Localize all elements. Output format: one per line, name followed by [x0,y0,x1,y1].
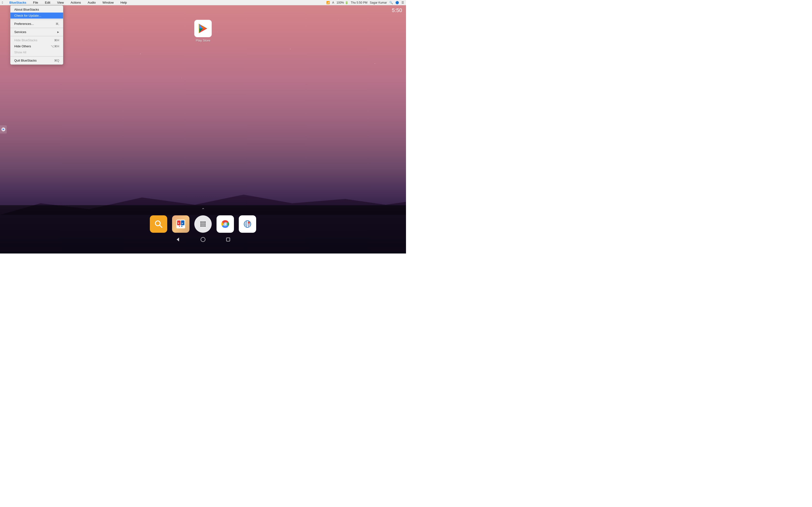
dock-search-icon[interactable] [150,215,167,233]
hide-others-shortcut: ⌥⌘H [51,45,59,48]
svg-point-20 [204,223,206,225]
menu-file[interactable]: File [32,0,40,5]
about-label: About BlueStacks [14,8,39,11]
keyboard-icon: A [332,1,334,4]
play-store-icon-box [194,20,212,37]
menu-item-quit[interactable]: Quit BlueStacks ⌘Q [10,57,63,63]
hide-others-label: Hide Others [14,44,31,48]
svg-point-21 [200,225,202,227]
menu-item-hide-others[interactable]: Hide Others ⌥⌘H [10,43,63,49]
browser-app-icon [242,219,253,229]
recents-icon [225,237,231,242]
bluestacks-dropdown-menu: About BlueStacks Check for Update... Pre… [10,5,63,65]
android-dock: ⌃ ♥ ♠ ♦ ♣ [0,205,406,253]
hide-bs-label: Hide BlueStacks [14,38,37,42]
menu-item-hide-bluestacks[interactable]: Hide BlueStacks ⌘H [10,37,63,43]
dock-solitaire-icon[interactable]: ♥ ♠ ♦ ♣ [172,215,190,233]
android-back-button[interactable] [175,237,181,242]
solitaire-app-icon: ♥ ♠ ♦ ♣ [175,219,186,229]
mac-menu-bar:  BlueStacks File Edit View Actions Audi… [0,0,406,5]
preferences-label: Preferences... [14,22,34,25]
menu-item-services[interactable]: Services ▶ [10,29,63,35]
svg-point-16 [202,221,204,223]
divider-1 [10,19,63,20]
play-store-logo [198,23,208,34]
search-icon[interactable]: 🔍 [389,1,393,4]
dock-chrome-icon[interactable] [216,215,234,233]
android-recents-button[interactable] [225,237,231,242]
battery-status: 100% 🔋 [337,1,349,4]
show-all-label: Show All [14,50,27,54]
svg-text:♠: ♠ [182,222,183,225]
apple-logo-icon[interactable]:  [2,1,3,4]
services-submenu-arrow: ▶ [57,31,59,33]
svg-rect-37 [226,238,230,241]
search-app-icon [154,219,163,229]
check-update-label: Check for Update... [14,14,41,17]
play-store-icon[interactable]: Play Store [194,20,212,42]
divider-3 [10,36,63,36]
android-clock: 5:50 [392,7,402,13]
bs-sidebar-icon [1,127,6,131]
svg-line-7 [159,225,162,227]
quit-label: Quit BlueStacks [14,59,37,62]
menu-bar-right: 📶 A 100% 🔋 Thu 5:50 PM Sagar Kumar 🔍 🔵 ☰ [326,1,404,4]
svg-marker-35 [176,237,179,241]
svg-point-36 [201,237,205,242]
svg-point-27 [224,223,226,225]
bluestacks-sidebar[interactable] [0,125,7,133]
notification-icon[interactable]: ☰ [401,1,404,4]
menu-actions[interactable]: Actions [69,0,83,5]
svg-point-34 [248,222,250,224]
menu-view[interactable]: View [56,0,65,5]
services-label: Services [14,30,27,34]
dock-browser-icon[interactable] [239,215,256,233]
menu-edit[interactable]: Edit [44,0,52,5]
svg-point-15 [200,221,202,223]
menu-user: Sagar Kumar [370,1,387,4]
play-store-label: Play Store [196,39,210,42]
svg-point-19 [202,223,204,225]
menu-clock: Thu 5:50 PM [351,1,367,4]
menu-bluestacks[interactable]: BlueStacks [8,0,28,5]
menu-bar-left:  BlueStacks File Edit View Actions Audi… [2,0,128,5]
svg-text:♦: ♦ [179,225,180,227]
dock-chevron-up[interactable]: ⌃ [201,207,205,213]
dock-icons-row: ♥ ♠ ♦ ♣ [150,215,256,233]
menu-help[interactable]: Help [119,0,128,5]
menu-window[interactable]: Window [101,0,115,5]
divider-2 [10,28,63,28]
svg-point-18 [200,223,202,225]
svg-point-17 [204,221,206,223]
siri-icon[interactable]: 🔵 [395,1,399,4]
chrome-app-icon [220,219,231,229]
menu-item-about[interactable]: About BlueStacks [10,6,63,12]
menu-audio[interactable]: Audio [86,0,97,5]
android-home-button[interactable] [200,237,206,242]
back-icon [175,237,181,242]
home-icon [200,237,206,242]
quit-shortcut: ⌘Q [54,59,59,62]
dock-app-drawer-icon[interactable] [194,215,212,233]
android-nav-bar [175,237,231,242]
preferences-shortcut: ⌘, [56,22,59,25]
svg-point-22 [202,225,204,227]
svg-text:♥: ♥ [178,222,179,225]
svg-point-23 [204,225,206,227]
wifi-icon: 📶 [326,1,330,4]
menu-item-preferences[interactable]: Preferences... ⌘, [10,21,63,27]
app-drawer-icon [198,219,208,229]
svg-text:♣: ♣ [181,225,183,227]
menu-item-show-all[interactable]: Show All [10,49,63,55]
menu-item-check-update[interactable]: Check for Update... [10,12,63,18]
hide-bs-shortcut: ⌘H [54,39,59,42]
